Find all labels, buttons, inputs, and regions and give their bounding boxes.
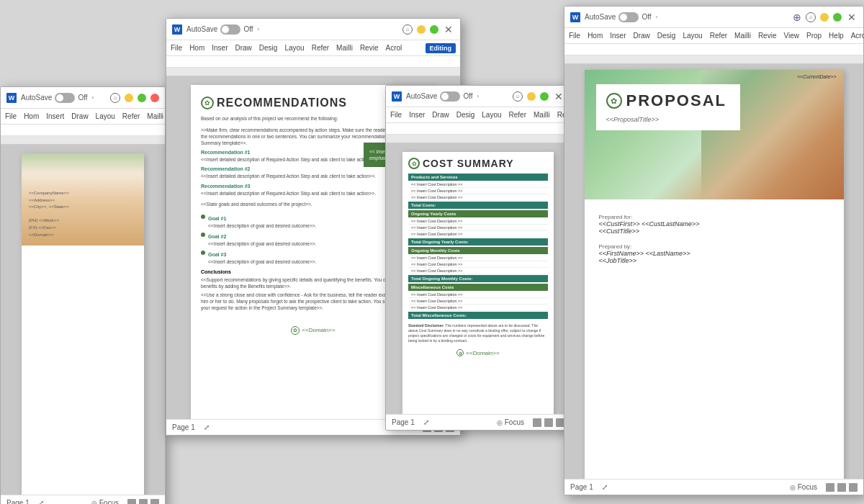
prepared-by-name: <<FirstName>> <<LastName>> bbox=[599, 250, 829, 257]
ruler-center bbox=[166, 68, 460, 76]
minimize-left[interactable] bbox=[125, 94, 133, 102]
cost-footer-icon: ✿ bbox=[456, 349, 464, 356]
chevron-cost[interactable]: › bbox=[477, 93, 480, 99]
ribbon-mail-left[interactable]: Mailli bbox=[147, 112, 163, 120]
proposal-main-title: PROPOSAL bbox=[626, 91, 726, 110]
focus-button-left[interactable]: ◎ Focus bbox=[91, 499, 119, 504]
ribbon-design-cost[interactable]: Desig bbox=[456, 111, 475, 119]
ribbon-refer-right[interactable]: Refer bbox=[710, 32, 727, 40]
cost-row-6: << Insert Cost Description >> bbox=[408, 231, 548, 238]
chevron-left[interactable]: › bbox=[92, 94, 94, 101]
ribbon-draw-left[interactable]: Draw bbox=[71, 112, 88, 120]
view-icon-1-left[interactable] bbox=[127, 499, 136, 505]
ribbon-layout-right[interactable]: Layou bbox=[683, 32, 702, 40]
search-button-center[interactable]: ⌕ bbox=[402, 24, 413, 35]
ribbon-help-right[interactable]: Help bbox=[829, 32, 844, 40]
view-icon-1-cost[interactable] bbox=[533, 418, 541, 427]
ribbon-review-right[interactable]: Revie bbox=[758, 32, 777, 40]
cost-row-5: << Insert Cost Description >> bbox=[408, 225, 548, 231]
ribbon-acro-right[interactable]: Acrol bbox=[851, 32, 864, 40]
ribbon-mail-right[interactable]: Mailli bbox=[734, 32, 751, 40]
ribbon-acro-center[interactable]: Acrol bbox=[385, 44, 402, 52]
ribbon-insert-right[interactable]: Inser bbox=[610, 32, 626, 40]
autosave-toggle-cost[interactable] bbox=[440, 91, 460, 102]
ribbon-refer-left[interactable]: Refer bbox=[122, 112, 140, 120]
focus-button-cost[interactable]: ◎ Focus bbox=[497, 418, 524, 426]
proposal-logo-row: ✿ PROPOSAL bbox=[606, 91, 730, 110]
maximize-right[interactable] bbox=[833, 13, 842, 22]
ribbon-insert-left[interactable]: Insert bbox=[46, 112, 64, 120]
cost-row-4: << Insert Cost Description >> bbox=[408, 218, 548, 225]
ribbon-home-right[interactable]: Hom bbox=[588, 32, 603, 40]
minimize-right[interactable] bbox=[820, 13, 829, 22]
window-cost[interactable]: W AutoSave Off › ⌕ ✕ File Inser Draw Des… bbox=[385, 85, 571, 431]
ribbon-design-center[interactable]: Desig bbox=[259, 44, 278, 52]
ribbon-layout-left[interactable]: Layou bbox=[96, 112, 115, 120]
ribbon-layout-cost[interactable]: Layou bbox=[482, 111, 501, 119]
ribbon-insert-cost[interactable]: Inser bbox=[409, 111, 425, 119]
ribbon-file-left[interactable]: File bbox=[5, 112, 17, 120]
cost-title: COST SUMMARY bbox=[423, 158, 514, 169]
ribbon-prop-right[interactable]: Prop bbox=[806, 32, 822, 40]
expand-icon-left: ⤢ bbox=[38, 499, 44, 504]
view-icon-3-right[interactable] bbox=[849, 483, 858, 492]
view-icons-right bbox=[826, 483, 858, 492]
autosave-toggle-right[interactable] bbox=[618, 12, 639, 22]
ribbon-mail-center[interactable]: Mailli bbox=[336, 44, 353, 52]
search-button-right[interactable]: ⌕ bbox=[806, 12, 816, 22]
word-pin-icon[interactable]: ⊕ bbox=[793, 12, 801, 23]
cost-section-4: Miscellaneous Costs bbox=[408, 284, 548, 291]
ruler-cost bbox=[386, 135, 570, 143]
ribbon-home-left[interactable]: Hom bbox=[24, 112, 39, 120]
autosave-state-cost: Off bbox=[463, 92, 472, 100]
close-right[interactable]: ✕ bbox=[846, 12, 858, 23]
chevron-right[interactable]: › bbox=[656, 14, 658, 20]
proposal-header: <<CurrentDate>> ✿ PROPOSAL <<ProposalTit… bbox=[585, 70, 844, 199]
window-controls-center: ✕ bbox=[417, 24, 454, 35]
chevron-center[interactable]: › bbox=[258, 26, 260, 32]
ribbon-file-right[interactable]: File bbox=[569, 32, 580, 40]
view-icon-2-right[interactable] bbox=[837, 483, 846, 492]
autosave-state-left: Off bbox=[78, 94, 87, 102]
autosave-toggle-center[interactable] bbox=[220, 24, 240, 35]
window-right[interactable]: W AutoSave Off › ⊕ ⌕ ✕ File Hom Inser Dr… bbox=[564, 6, 864, 495]
minimize-center[interactable] bbox=[417, 25, 426, 34]
view-icon-2-cost[interactable] bbox=[544, 418, 553, 427]
maximize-cost[interactable] bbox=[540, 92, 549, 101]
close-center[interactable]: ✕ bbox=[443, 24, 454, 35]
view-icon-1-right[interactable] bbox=[826, 483, 834, 492]
ribbon-file-cost[interactable]: File bbox=[390, 111, 402, 119]
ribbon-draw-right[interactable]: Draw bbox=[633, 32, 649, 40]
autosave-state-center: Off bbox=[243, 25, 253, 33]
ribbon-mail-cost[interactable]: Mailli bbox=[534, 111, 550, 119]
ribbon-home-center[interactable]: Hom bbox=[189, 44, 204, 52]
autosave-toggle-left[interactable] bbox=[55, 93, 75, 103]
search-button-cost[interactable]: ⌕ bbox=[513, 91, 523, 102]
ribbon-design-right[interactable]: Desig bbox=[657, 32, 676, 40]
ribbon-layout-center[interactable]: Layou bbox=[284, 44, 304, 52]
title-bar-left: W AutoSave Off › ⌕ bbox=[1, 87, 165, 109]
view-icon-3-left[interactable] bbox=[150, 499, 159, 505]
maximize-center[interactable] bbox=[430, 25, 438, 34]
ribbon-insert-center[interactable]: Inser bbox=[212, 44, 228, 52]
window-left[interactable]: W AutoSave Off › ⌕ File Hom Insert Draw … bbox=[0, 86, 166, 504]
focus-button-right[interactable]: ◎ Focus bbox=[790, 483, 817, 491]
ribbon-refer-cost[interactable]: Refer bbox=[509, 111, 526, 119]
ribbon-view-right[interactable]: View bbox=[783, 32, 799, 40]
cost-row-11: << Insert Cost Description >> bbox=[408, 298, 548, 305]
autosave-label-left: AutoSave bbox=[21, 94, 52, 102]
search-button-left[interactable]: ⌕ bbox=[110, 93, 120, 103]
ribbon-file-center[interactable]: File bbox=[171, 44, 182, 52]
close-left[interactable] bbox=[150, 94, 159, 102]
ribbon-draw-center[interactable]: Draw bbox=[235, 44, 251, 52]
view-icon-2-left[interactable] bbox=[139, 499, 148, 505]
close-cost[interactable]: ✕ bbox=[553, 91, 564, 102]
cost-row-7: << Insert Cost Description >> bbox=[408, 255, 548, 261]
view-icons-left bbox=[127, 499, 159, 505]
maximize-left[interactable] bbox=[138, 94, 146, 102]
ribbon-refer-center[interactable]: Refer bbox=[312, 44, 329, 52]
ribbon-draw-cost[interactable]: Draw bbox=[432, 111, 449, 119]
minimize-cost[interactable] bbox=[527, 92, 536, 101]
ribbon-review-center[interactable]: Revie bbox=[360, 44, 379, 52]
page-cost: ✿ COST SUMMARY Products and Services << … bbox=[402, 152, 554, 414]
